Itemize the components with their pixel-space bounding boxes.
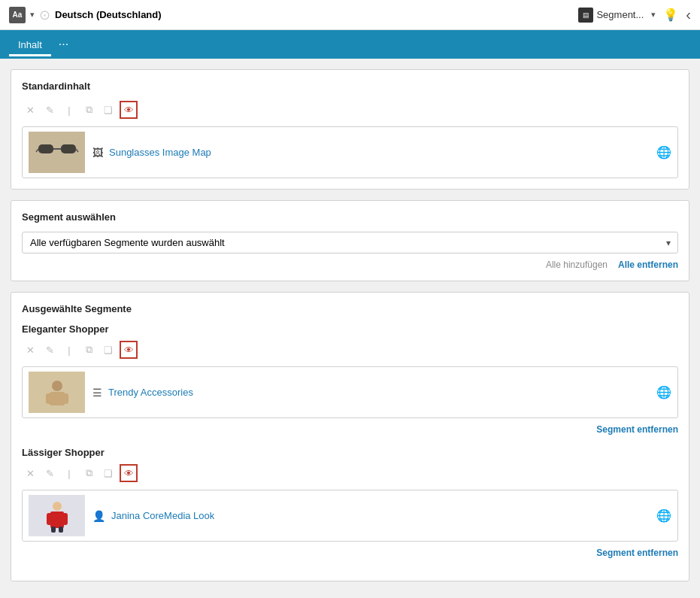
accessories-thumbnail	[29, 372, 85, 413]
janina-info: 👤 Janina CoreMedia Look	[92, 510, 649, 522]
segment-entfernen-link-1[interactable]: Segment entfernen	[596, 424, 678, 435]
ls-copy2-button[interactable]: ❑	[100, 465, 117, 481]
lassiger-shopper-toolbar: ✕ ✎ | ⧉ ❑ 👁	[22, 464, 678, 482]
tab-bar: Inhalt ···	[0, 30, 700, 59]
top-bar-right: ▤ Segment... ▾ 💡 ‹	[578, 6, 691, 23]
standardinhalt-content-row: 🖼 Sunglasses Image Map 🌐	[22, 126, 678, 178]
chevron-down-icon[interactable]: ▾	[30, 10, 35, 20]
alle-hinzufugen-link[interactable]: Alle hinzufügen	[546, 260, 608, 270]
pipe-button: |	[61, 102, 77, 118]
eleganter-shopper-remove: Segment entfernen	[22, 424, 678, 435]
janina-link[interactable]: Janina CoreMedia Look	[111, 510, 214, 521]
segment-group-eleganter-shopper: Eleganter Shopper ✕ ✎ | ⧉ ❑ 👁	[22, 323, 678, 435]
lassiger-shopper-remove: Segment entfernen	[22, 548, 678, 558]
separator-icon: ⊙	[39, 7, 50, 23]
alle-entfernen-link[interactable]: Alle entfernen	[618, 260, 678, 270]
accessories-image	[35, 375, 80, 409]
sunglasses-image	[35, 135, 80, 169]
segment-chevron-icon[interactable]: ▾	[651, 10, 656, 20]
visibility-button[interactable]: 👁	[120, 101, 138, 119]
sunglasses-thumbnail	[29, 132, 85, 173]
copy2-button[interactable]: ❑	[100, 102, 117, 118]
eleganter-shopper-toolbar: ✕ ✎ | ⧉ ❑ 👁	[22, 341, 678, 359]
aa-icon[interactable]: Aa	[9, 7, 26, 23]
back-icon[interactable]: ‹	[686, 6, 691, 23]
ls-copy1-button[interactable]: ⧉	[80, 465, 97, 481]
svg-rect-1	[38, 144, 53, 153]
segment-actions: Alle hinzufügen Alle entfernen	[22, 260, 678, 270]
lassiger-shopper-title: Lässiger Shopper	[22, 447, 678, 458]
ausgewaehlte-segmente-title: Ausgewählte Segmente	[22, 303, 678, 314]
segment-button-label: Segment...	[596, 9, 644, 20]
top-bar: Aa ▾ ⊙ Deutsch (Deutschland) ▤ Segment..…	[0, 0, 700, 30]
content-type-icon-ta: ☰	[92, 387, 102, 399]
segment-select-card: Segment auswählen Alle verfügbaren Segme…	[11, 200, 689, 281]
trendy-accessories-row: ☰ Trendy Accessories 🌐	[22, 366, 678, 418]
trendy-accessories-info: ☰ Trendy Accessories	[92, 387, 649, 399]
language-label[interactable]: Deutsch (Deutschland)	[55, 9, 162, 20]
eleganter-shopper-title: Eleganter Shopper	[22, 323, 678, 335]
content-type-icon-jcl: 👤	[92, 510, 105, 522]
es-close-button[interactable]: ✕	[22, 341, 38, 358]
es-visibility-button[interactable]: 👁	[120, 341, 138, 359]
svg-rect-10	[62, 393, 68, 404]
main-content: Standardinhalt ✕ ✎ | ⧉ ❑ 👁 �	[0, 59, 700, 592]
es-pipe-button: |	[61, 341, 77, 358]
svg-rect-13	[50, 511, 64, 528]
globe-icon-ta[interactable]: 🌐	[656, 385, 671, 399]
standardinhalt-title: Standardinhalt	[22, 80, 678, 92]
svg-rect-2	[61, 144, 76, 153]
tab-more-icon[interactable]: ···	[54, 38, 73, 51]
globe-icon-jcl[interactable]: 🌐	[656, 508, 671, 523]
close-button[interactable]: ✕	[22, 102, 38, 118]
segment-button[interactable]: ▤ Segment...	[578, 8, 644, 23]
ls-edit-button[interactable]: ✎	[41, 465, 58, 481]
standardinhalt-card: Standardinhalt ✕ ✎ | ⧉ ❑ 👁 �	[11, 69, 689, 190]
segment-icon: ▤	[578, 8, 593, 23]
person-thumbnail	[29, 495, 85, 536]
bulb-icon[interactable]: 💡	[663, 8, 678, 22]
ls-close-button[interactable]: ✕	[22, 465, 38, 481]
janina-row: 👤 Janina CoreMedia Look 🌐	[22, 490, 678, 542]
es-edit-button[interactable]: ✎	[41, 341, 58, 358]
ls-pipe-button: |	[61, 465, 77, 481]
globe-icon[interactable]: 🌐	[656, 145, 671, 159]
segment-entfernen-link-2[interactable]: Segment entfernen	[596, 548, 678, 558]
segment-select-title: Segment auswählen	[22, 211, 678, 223]
svg-rect-9	[46, 393, 52, 404]
svg-rect-17	[59, 527, 63, 533]
svg-rect-16	[51, 527, 56, 533]
segment-select-wrapper: Alle verfügbaren Segmente wurden auswähl…	[22, 232, 678, 253]
svg-rect-14	[47, 513, 52, 525]
standardinhalt-toolbar: ✕ ✎ | ⧉ ❑ 👁	[22, 101, 678, 119]
imagemap-icon: 🖼	[92, 147, 103, 159]
es-copy1-button[interactable]: ⧉	[80, 341, 97, 358]
copy1-button[interactable]: ⧉	[80, 102, 97, 118]
segment-dropdown[interactable]: Alle verfügbaren Segmente wurden auswähl…	[22, 232, 678, 253]
svg-rect-15	[62, 513, 68, 525]
ausgewaehlte-segmente-card: Ausgewählte Segmente Eleganter Shopper ✕…	[11, 292, 689, 581]
tab-inhalt[interactable]: Inhalt	[9, 33, 51, 56]
person-image	[35, 499, 80, 533]
es-copy2-button[interactable]: ❑	[100, 341, 117, 358]
sunglasses-link[interactable]: Sunglasses Image Map	[109, 147, 211, 158]
segment-group-lassiger-shopper: Lässiger Shopper ✕ ✎ | ⧉ ❑ 👁	[22, 447, 678, 558]
ls-visibility-button[interactable]: 👁	[120, 464, 138, 482]
edit-button[interactable]: ✎	[41, 102, 58, 118]
svg-point-12	[53, 502, 62, 511]
sunglasses-info: 🖼 Sunglasses Image Map	[92, 147, 649, 159]
svg-point-7	[52, 381, 62, 391]
top-bar-left: Aa ▾ ⊙ Deutsch (Deutschland)	[9, 7, 572, 23]
trendy-accessories-link[interactable]: Trendy Accessories	[108, 387, 193, 398]
